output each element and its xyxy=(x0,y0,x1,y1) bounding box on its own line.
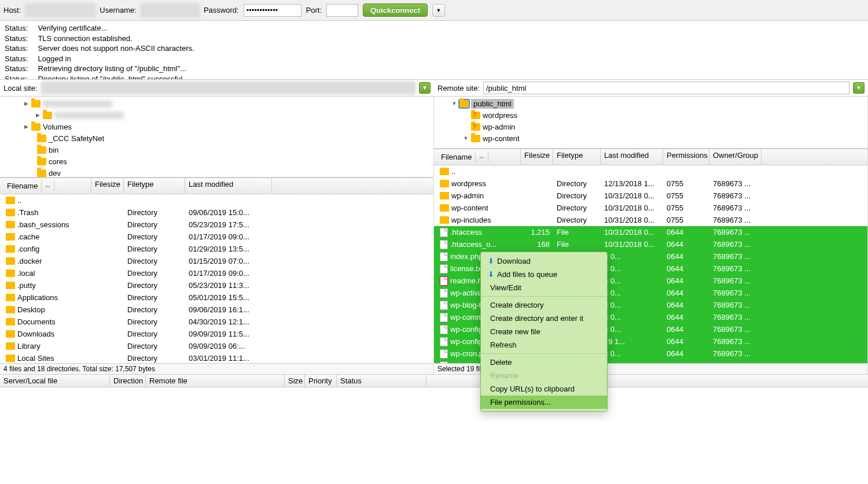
menu-file-permissions[interactable]: File permissions... xyxy=(481,396,607,409)
local-site-dropdown[interactable]: ▼ xyxy=(419,82,431,94)
local-file-list[interactable]: ...TrashDirectory09/06/2019 15:0....bash… xyxy=(0,194,433,363)
host-input[interactable] xyxy=(25,4,95,17)
host-label: Host: xyxy=(3,6,21,14)
list-item[interactable]: wp-contentDirectory10/31/2018 0...075576… xyxy=(434,202,867,214)
menu-view-edit[interactable]: View/Edit xyxy=(481,281,607,294)
tree-item[interactable]: ▼wp-content xyxy=(434,132,867,144)
list-item[interactable]: .TrashDirectory09/06/2019 15:0... xyxy=(0,206,433,219)
status-log[interactable]: Status: Verifying certificate...Status: … xyxy=(0,21,868,80)
file-icon xyxy=(440,228,448,237)
col-direction[interactable]: Direction xyxy=(110,375,146,387)
quickconnect-button[interactable]: Quickconnect xyxy=(363,3,428,17)
folder-icon xyxy=(6,294,15,301)
menu-download[interactable]: ⬇Download xyxy=(481,254,607,268)
password-label: Password: xyxy=(204,6,239,14)
remote-site-input[interactable] xyxy=(483,82,849,94)
col-filename[interactable]: Filename ︿ xyxy=(0,178,91,194)
folder-icon xyxy=(471,112,480,119)
list-item[interactable]: DownloadsDirectory09/09/2019 11:5... xyxy=(0,328,433,340)
folder-icon xyxy=(471,135,480,142)
tree-item[interactable]: wordpress xyxy=(434,109,867,121)
menu-copy-url[interactable]: Copy URL(s) to clipboard xyxy=(481,382,607,396)
local-tree[interactable]: ▶▶▶Volumes_CCC SafetyNetbincoresdevetc xyxy=(0,97,433,178)
folder-icon xyxy=(6,342,15,350)
folder-icon xyxy=(6,318,15,326)
tree-item[interactable]: wp-admin xyxy=(434,121,867,132)
password-input[interactable] xyxy=(244,4,301,17)
folder-icon xyxy=(440,168,449,175)
folder-icon xyxy=(440,180,449,187)
port-input[interactable] xyxy=(326,4,358,17)
list-item[interactable]: .cacheDirectory01/17/2019 09:0... xyxy=(0,231,433,243)
col-modified[interactable]: Last modified xyxy=(185,178,272,194)
list-item[interactable]: wp-adminDirectory10/31/2018 0...07557689… xyxy=(434,190,867,202)
tree-item[interactable]: _CCC SafetyNet xyxy=(0,132,433,144)
menu-create-dir[interactable]: Create directory xyxy=(481,298,607,312)
tree-item[interactable]: ▼public_html xyxy=(434,98,867,109)
file-icon xyxy=(440,252,448,261)
file-icon xyxy=(440,264,448,274)
list-item[interactable]: Local SitesDirectory03/01/2019 11:1... xyxy=(0,352,433,363)
menu-create-file[interactable]: Create new file xyxy=(481,325,607,338)
col-filetype[interactable]: Filetype xyxy=(124,178,185,194)
col-owner[interactable]: Owner/Group xyxy=(709,149,762,165)
context-menu: ⬇Download ⬇Add files to queue View/Edit … xyxy=(480,252,608,412)
col-server-file[interactable]: Server/Local file xyxy=(0,375,110,387)
menu-add-queue[interactable]: ⬇Add files to queue xyxy=(481,268,607,281)
folder-icon xyxy=(6,282,15,289)
tree-item[interactable]: cores xyxy=(0,156,433,167)
col-modified[interactable]: Last modified xyxy=(601,149,663,165)
remote-site-dropdown[interactable]: ▼ xyxy=(853,82,865,94)
list-item[interactable]: DesktopDirectory09/06/2019 16:1... xyxy=(0,304,433,316)
chevron-down-icon: ▼ xyxy=(422,85,428,91)
file-icon xyxy=(440,325,448,334)
tree-item[interactable]: dev xyxy=(0,167,433,178)
list-item[interactable]: .bash_sessionsDirectory05/23/2019 17:5..… xyxy=(0,219,433,231)
col-filetype[interactable]: Filetype xyxy=(553,149,601,165)
remote-columns: Filename ︿ Filesize Filetype Last modifi… xyxy=(434,149,867,165)
list-item[interactable]: wordpressDirectory12/13/2018 1...0755768… xyxy=(434,178,867,190)
folder-icon xyxy=(37,169,46,177)
tree-item[interactable]: bin xyxy=(0,144,433,156)
tree-item[interactable]: ▶Volumes xyxy=(0,121,433,132)
list-item[interactable]: .configDirectory01/29/2019 13:5... xyxy=(0,243,433,255)
col-size[interactable]: Size xyxy=(285,375,305,387)
quickconnect-dropdown[interactable]: ▼ xyxy=(432,4,445,17)
queue-columns: Server/Local file Direction Remote file … xyxy=(0,374,868,387)
folder-icon xyxy=(6,354,15,362)
list-item[interactable]: DocumentsDirectory04/30/2019 12:1... xyxy=(0,316,433,328)
remote-site-label: Remote site: xyxy=(437,84,480,93)
file-icon xyxy=(440,337,448,346)
username-input[interactable] xyxy=(141,4,199,17)
list-item[interactable]: wp-includesDirectory10/31/2018 0...07557… xyxy=(434,214,867,226)
folder-icon xyxy=(440,216,449,224)
file-icon xyxy=(440,313,448,322)
col-filesize[interactable]: Filesize xyxy=(521,149,553,165)
col-filesize[interactable]: Filesize xyxy=(91,178,124,194)
folder-icon xyxy=(6,245,15,253)
list-item[interactable]: .htaccess_o...168File10/31/2018 0...0644… xyxy=(434,238,867,250)
queue-icon: ⬇ xyxy=(488,270,496,279)
remote-tree[interactable]: ▼public_htmlwordpresswp-admin▼wp-content xyxy=(434,97,867,149)
list-item[interactable]: .htaccess1,215File10/31/2018 0...0644768… xyxy=(434,226,867,238)
folder-icon xyxy=(6,306,15,313)
list-item[interactable]: .puttyDirectory05/23/2019 11:3... xyxy=(0,279,433,291)
col-remote-file[interactable]: Remote file xyxy=(146,375,285,387)
menu-refresh[interactable]: Refresh xyxy=(481,338,607,352)
menu-create-dir-enter[interactable]: Create directory and enter it xyxy=(481,312,607,325)
list-item[interactable]: LibraryDirectory09/09/2019 06:... xyxy=(0,340,433,352)
list-item[interactable]: .localDirectory01/17/2019 09:0... xyxy=(0,267,433,279)
file-icon xyxy=(440,349,448,359)
port-label: Port: xyxy=(306,6,322,14)
list-item[interactable]: ApplicationsDirectory05/01/2019 15:5... xyxy=(0,291,433,304)
list-item[interactable]: .dockerDirectory01/15/2019 07:0... xyxy=(0,255,433,267)
col-priority[interactable]: Priority xyxy=(305,375,337,387)
list-item[interactable]: .. xyxy=(0,194,433,206)
list-item[interactable]: .. xyxy=(434,165,867,178)
local-site-input[interactable] xyxy=(41,82,415,94)
col-status[interactable]: Status xyxy=(337,375,426,387)
col-permissions[interactable]: Permissions xyxy=(663,149,709,165)
col-filename[interactable]: Filename ︿ xyxy=(434,149,521,165)
folder-icon xyxy=(440,204,449,212)
menu-delete[interactable]: Delete xyxy=(481,356,607,369)
